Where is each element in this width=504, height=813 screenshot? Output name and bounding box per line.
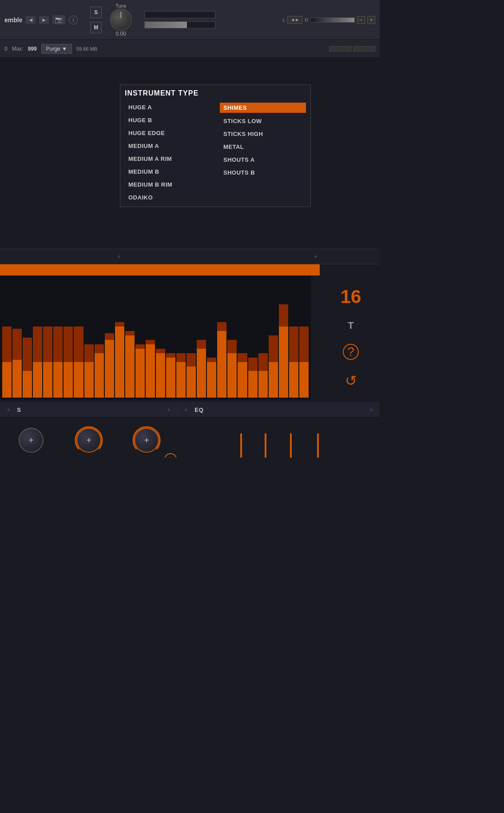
help-button[interactable]: ? (343, 344, 359, 360)
eq-track[interactable] (240, 433, 242, 458)
plus-marker-s-tr: + (167, 406, 171, 413)
instrument-columns: HUGE AHUGE BHUGE EDGEMEDIUM AMEDIUM A RI… (125, 103, 306, 202)
tune-value: 0.00 (116, 31, 126, 37)
info-icon: i (73, 17, 74, 23)
instrument-item[interactable]: MEDIUM B (125, 167, 211, 176)
bar-column (74, 275, 83, 398)
s-section: + S + (0, 406, 178, 413)
bar-segment-bright (53, 362, 63, 398)
controls-grid: + RESPONSE + FILTER + P (4, 424, 173, 458)
pan-left-label: L (282, 17, 285, 23)
bar-segment-bright (23, 371, 32, 398)
bar-count-display: 16 (341, 286, 361, 307)
bar-segment-dark (33, 327, 42, 362)
bar-segment-bright (248, 371, 258, 398)
instrument-item[interactable]: SHOUTS A (220, 155, 306, 164)
bar-column (95, 275, 104, 398)
instrument-item[interactable]: HUGE B (125, 116, 211, 125)
purge-button[interactable]: Purge ▼ (41, 44, 72, 54)
reset-icon: ↺ (345, 373, 357, 389)
tune-label: Tune (115, 3, 127, 8)
m-button[interactable]: M (90, 22, 102, 33)
bar-segment-bright (227, 353, 237, 398)
knob-pitch[interactable]: + (131, 424, 163, 456)
bar-column (187, 275, 196, 398)
eq-slider-high: HIGH (311, 433, 325, 458)
bar-column (84, 275, 94, 398)
instrument-item[interactable]: HUGE EDGE (125, 128, 211, 138)
bar-segment-bright (197, 349, 206, 398)
instrument-item[interactable]: STICKS LOW (220, 116, 306, 126)
bar-column (115, 275, 124, 398)
bar-segment-dark (135, 344, 145, 349)
volume-bar (310, 17, 355, 23)
bar-segment-dark (269, 335, 278, 362)
vol-minus-button[interactable]: − (357, 16, 365, 24)
eq-track[interactable] (317, 433, 319, 458)
knob-filter[interactable]: + (73, 424, 105, 456)
bar-display-1 (144, 11, 215, 18)
instrument-item[interactable]: MEDIUM B RIM (125, 180, 211, 189)
bar-column (12, 275, 22, 398)
bar-segment-dark (146, 340, 155, 344)
instrument-item[interactable]: HUGE A (125, 103, 211, 112)
bar-segment-bright (115, 327, 124, 398)
bar-column (43, 275, 52, 398)
purge-dropdown-arrow: ▼ (62, 46, 67, 52)
knob-body: + (76, 428, 101, 453)
second-row: 0 Max: 999 Purge ▼ 59.66 MB (0, 40, 380, 58)
knob-response[interactable]: + (15, 424, 47, 456)
bar-column (217, 275, 226, 398)
bar-segment-dark (207, 358, 216, 362)
bar-segment-bright (84, 362, 94, 398)
sequence-label-bar (0, 264, 320, 275)
bar-segment-dark (258, 353, 268, 371)
eq-sliders-container: LOW MID MID FREQ HIGH (189, 424, 371, 458)
knob-body: + (134, 428, 159, 453)
bottom-left-controls: + RESPONSE + FILTER + P (0, 418, 178, 458)
bar-segment-dark (23, 338, 32, 371)
info-button[interactable]: i (69, 16, 78, 24)
instrument-item[interactable]: SHIMES (220, 103, 306, 113)
pan-arrows-button[interactable]: ◄► (287, 16, 302, 24)
bar-segment-dark (248, 358, 258, 371)
bar-column (289, 275, 298, 398)
t-label: T (348, 320, 353, 331)
vol-plus-button[interactable]: + (367, 16, 375, 24)
bar-column (105, 275, 114, 398)
instrument-item[interactable]: METAL (220, 142, 306, 151)
eq-track[interactable] (290, 433, 292, 458)
eq-slider-mid-freq: MID FREQ (283, 433, 298, 458)
knob-cell-filter: + FILTER (62, 424, 115, 458)
nav-prev-button[interactable]: ◄ (26, 16, 36, 24)
bar-column (207, 275, 216, 398)
bar-column (135, 275, 145, 398)
camera-button[interactable]: 📷 (52, 15, 65, 24)
s-button[interactable]: S (90, 7, 102, 18)
instrument-item[interactable]: ODAIKO (125, 193, 211, 202)
bottom-help-button[interactable]: ? (164, 453, 177, 458)
eq-slider-low: LOW (235, 433, 247, 458)
nav-next-button[interactable]: ► (39, 16, 49, 24)
bar-column (248, 275, 258, 398)
bar-segment-bright (105, 340, 114, 398)
pan-right-label: R (305, 17, 308, 23)
bar-column (238, 275, 247, 398)
instrument-item[interactable]: STICKS HIGH (220, 129, 306, 139)
reset-button[interactable]: ↺ (345, 372, 357, 389)
bar-segment-dark (217, 322, 226, 331)
bar-segment-bright (269, 362, 278, 398)
instrument-item[interactable]: SHOUTS B (220, 168, 306, 177)
bar-segment-bright (2, 362, 12, 398)
bar-column (279, 275, 288, 398)
instrument-item[interactable]: MEDIUM A RIM (125, 154, 211, 163)
memory-label: 59.66 MB (76, 46, 97, 52)
tune-knob[interactable] (110, 8, 132, 31)
bar-column (2, 275, 12, 398)
instrument-item[interactable]: MEDIUM A (125, 141, 211, 151)
right-controls: 16 T ? ↺ (322, 275, 380, 400)
bar-segment-bright (63, 362, 73, 398)
bar-segment-bright (176, 362, 186, 398)
eq-track[interactable] (265, 433, 266, 458)
bar-segment-bright (238, 362, 247, 398)
